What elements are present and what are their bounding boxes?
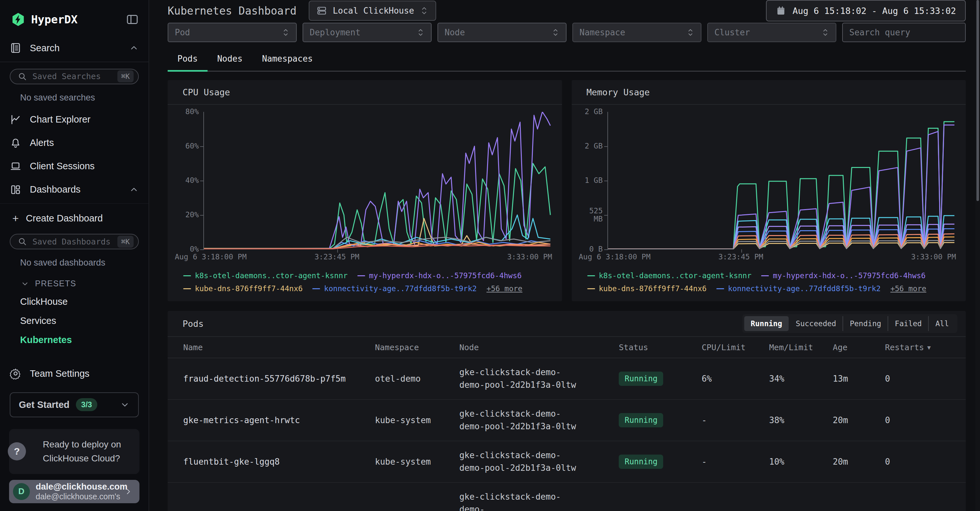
presets-label: PRESETS — [35, 279, 76, 288]
table-row[interactable]: fluentbit-gke-lggq8 kube-system gke-clic… — [168, 441, 966, 483]
y-tick-label: 1 GB — [585, 177, 603, 185]
status-filter-succeeded[interactable]: Succeeded — [789, 316, 843, 331]
pod-name[interactable]: gke-metrics-agent-hrwtc — [183, 408, 375, 433]
search-query-input[interactable] — [849, 23, 959, 41]
divider — [0, 62, 148, 62]
pod-restarts: 0 — [885, 408, 950, 433]
column-header-restarts[interactable]: Restarts▼ — [885, 343, 950, 352]
search-icon — [18, 72, 27, 81]
pod-filter-select[interactable]: Pod — [168, 23, 297, 42]
saved-searches-box[interactable]: ⌘K — [10, 69, 139, 84]
source-select[interactable]: Local ClickHouse — [309, 1, 436, 21]
table-row[interactable]: gke-metrics-agent-hrwtc kube-system gke-… — [168, 400, 966, 441]
column-header-namespace[interactable]: Namespace — [375, 343, 459, 352]
logs-icon — [10, 42, 21, 54]
memory-usage-plot[interactable] — [608, 112, 956, 249]
status-filter-all[interactable]: All — [928, 316, 955, 331]
x-tick-label: 3:33:00 PM — [507, 253, 552, 261]
status-filter-running[interactable]: Running — [744, 316, 789, 331]
pod-name[interactable]: fluentbit-gke-lggq8 — [183, 449, 375, 474]
chevron-down-icon — [120, 400, 130, 409]
pod-node: gke-clickstack-demo-demo- — [459, 483, 589, 511]
tab-pods[interactable]: Pods — [168, 48, 208, 72]
presets-header[interactable]: PRESETS — [0, 273, 148, 292]
chevron-right-icon — [124, 487, 133, 496]
sidebar-item-dashboards[interactable]: Dashboards — [0, 178, 148, 201]
cpu-usage-plot[interactable] — [203, 112, 552, 249]
preset-services[interactable]: Services — [0, 311, 148, 330]
node-filter-placeholder: Node — [445, 27, 548, 37]
app-name: HyperDX — [31, 13, 126, 26]
sidebar-item-alerts[interactable]: Alerts — [0, 131, 148, 154]
y-tick-label: 80% — [185, 108, 199, 116]
updown-chevron-icon — [420, 6, 428, 16]
sidebar-item-team-settings[interactable]: Team Settings — [0, 362, 148, 385]
scrollbar-thumb[interactable] — [977, 0, 979, 201]
table-header-row: Name Namespace Node Status CPU/Limit Mem… — [168, 337, 966, 358]
sidebar-item-search[interactable]: Search — [0, 36, 148, 60]
pod-age: 20m — [833, 449, 885, 474]
legend-more-link[interactable]: +56 more — [487, 284, 522, 293]
promo-line2: ClickHouse Cloud? — [43, 451, 130, 465]
pod-name[interactable]: fraud-detection-55776d678b-p7f5m — [183, 366, 375, 392]
column-header-status[interactable]: Status — [619, 343, 702, 352]
search-query-box — [842, 23, 966, 42]
column-header-age[interactable]: Age — [833, 343, 885, 352]
tab-namespaces[interactable]: Namespaces — [252, 48, 323, 72]
plus-icon: + — [12, 212, 19, 225]
pod-cpu: - — [702, 449, 769, 474]
create-dashboard-button[interactable]: + Create Dashboard — [0, 205, 148, 229]
saved-dashboards-input[interactable] — [32, 237, 112, 247]
page-scrollbar[interactable] — [975, 0, 980, 511]
sidebar-collapse-icon[interactable] — [126, 13, 139, 26]
sidebar-item-chart-explorer[interactable]: Chart Explorer — [0, 108, 148, 131]
column-header-node[interactable]: Node — [459, 343, 619, 352]
deployment-filter-select[interactable]: Deployment — [302, 23, 432, 42]
legend-item: konnectivity-age..77dfdd8f5b-t9rk2 — [716, 284, 881, 293]
y-tick-label: 40% — [185, 177, 199, 185]
cluster-filter-select[interactable]: Cluster — [707, 23, 836, 42]
namespace-filter-select[interactable]: Namespace — [573, 23, 702, 42]
cloud-promo-card[interactable]: ? Ready to deploy on ClickHouse Cloud? — [9, 429, 140, 474]
sort-desc-icon: ▼ — [927, 344, 931, 351]
sidebar-item-client-sessions[interactable]: Client Sessions — [0, 154, 148, 178]
node-filter-select[interactable]: Node — [438, 23, 566, 42]
status-filter-failed[interactable]: Failed — [888, 316, 928, 331]
y-tick-label: 60% — [185, 142, 199, 150]
x-tick-label: Aug 6 3:18:00 PM — [175, 253, 247, 261]
preset-kubernetes[interactable]: Kubernetes — [0, 330, 148, 350]
pod-node: gke-clickstack-demo-demo-pool-2d2b1f3a-0… — [459, 400, 589, 441]
status-badge: Running — [619, 372, 663, 386]
user-menu[interactable]: D dale@clickhouse.com dale@clickhouse.co… — [9, 480, 140, 503]
table-row[interactable]: fraud-detection-55776d678b-p7f5m otel-de… — [168, 358, 966, 400]
status-badge: Running — [619, 413, 663, 427]
get-started-progress-badge: 3/3 — [76, 398, 97, 411]
saved-dashboards-box[interactable]: ⌘K — [10, 234, 139, 249]
x-tick-label: 3:23:45 PM — [718, 253, 763, 261]
saved-searches-input[interactable] — [32, 72, 112, 81]
column-header-cpu[interactable]: CPU/Limit — [702, 343, 769, 352]
page-title: Kubernetes Dashboard — [168, 5, 296, 17]
pod-mem: 38% — [769, 408, 833, 433]
status-filter-pending[interactable]: Pending — [843, 316, 888, 331]
x-tick-label: Aug 6 3:18:00 PM — [579, 253, 651, 261]
table-row[interactable]: gke-clickstack-demo-demo- — [168, 483, 966, 511]
column-header-mem[interactable]: Mem/Limit — [769, 343, 833, 352]
y-tick-label: 2 GB — [585, 108, 603, 116]
help-icon[interactable]: ? — [8, 442, 26, 460]
time-range-value: Aug 6 15:18:02 - Aug 6 15:33:02 — [792, 6, 956, 16]
preset-clickhouse[interactable]: ClickHouse — [0, 292, 148, 311]
tab-nodes[interactable]: Nodes — [208, 48, 252, 72]
chart-title: CPU Usage — [183, 87, 230, 97]
legend-more-link[interactable]: +56 more — [891, 284, 926, 293]
legend-item: k8s-otel-daemons..ctor-agent-ksnnr — [183, 271, 348, 280]
main-content: Kubernetes Dashboard Local ClickHouse Au… — [149, 0, 980, 511]
sidebar-item-label: Client Sessions — [30, 161, 139, 172]
time-range-button[interactable]: Aug 6 15:18:02 - Aug 6 15:33:02 — [766, 0, 966, 21]
shortcut-badge: ⌘K — [118, 70, 134, 82]
get-started-panel[interactable]: Get Started 3/3 — [10, 392, 139, 417]
legend-item: kube-dns-876ff9ff7-44nx6 — [587, 284, 706, 293]
column-header-name[interactable]: Name — [183, 343, 375, 352]
cpu-card-header: CPU Usage — [168, 80, 562, 105]
updown-chevron-icon — [282, 28, 290, 37]
